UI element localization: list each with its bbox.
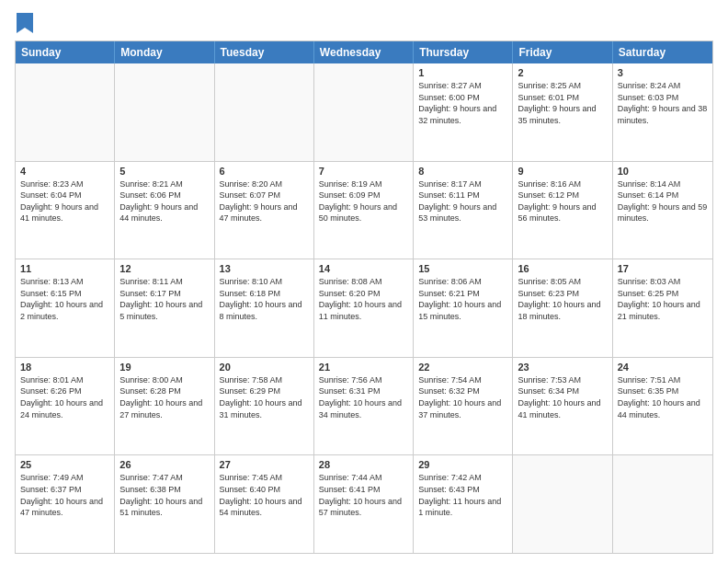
day-info: Sunrise: 8:03 AM Sunset: 6:25 PM Dayligh… bbox=[618, 276, 708, 322]
day-number: 24 bbox=[618, 362, 708, 373]
cal-cell-w5-d2: 26Sunrise: 7:47 AM Sunset: 6:38 PM Dayli… bbox=[115, 455, 214, 553]
day-info: Sunrise: 7:42 AM Sunset: 6:43 PM Dayligh… bbox=[418, 472, 507, 518]
day-number: 16 bbox=[518, 263, 607, 274]
cal-cell-w3-d2: 12Sunrise: 8:11 AM Sunset: 6:17 PM Dayli… bbox=[115, 259, 214, 357]
week-row-1: 1Sunrise: 8:27 AM Sunset: 6:00 PM Daylig… bbox=[16, 63, 712, 161]
header-sunday: Sunday bbox=[16, 41, 115, 63]
day-info: Sunrise: 8:00 AM Sunset: 6:28 PM Dayligh… bbox=[119, 374, 209, 420]
cal-cell-w5-d7 bbox=[613, 455, 712, 553]
cal-cell-w2-d7: 10Sunrise: 8:14 AM Sunset: 6:14 PM Dayli… bbox=[613, 162, 712, 259]
day-number: 7 bbox=[319, 166, 408, 177]
day-info: Sunrise: 8:14 AM Sunset: 6:14 PM Dayligh… bbox=[618, 178, 708, 224]
day-number: 29 bbox=[418, 459, 507, 470]
day-number: 23 bbox=[518, 362, 607, 373]
day-info: Sunrise: 7:56 AM Sunset: 6:31 PM Dayligh… bbox=[319, 374, 408, 420]
header-wednesday: Wednesday bbox=[314, 41, 414, 63]
calendar-header: Sunday Monday Tuesday Wednesday Thursday… bbox=[16, 41, 712, 63]
day-info: Sunrise: 7:44 AM Sunset: 6:41 PM Dayligh… bbox=[319, 472, 408, 518]
day-info: Sunrise: 8:25 AM Sunset: 6:01 PM Dayligh… bbox=[518, 80, 607, 126]
cal-cell-w2-d6: 9Sunrise: 8:16 AM Sunset: 6:12 PM Daylig… bbox=[513, 162, 612, 259]
cal-cell-w3-d7: 17Sunrise: 8:03 AM Sunset: 6:25 PM Dayli… bbox=[613, 259, 712, 357]
day-info: Sunrise: 8:01 AM Sunset: 6:26 PM Dayligh… bbox=[20, 374, 109, 420]
cal-cell-w4-d6: 23Sunrise: 7:53 AM Sunset: 6:34 PM Dayli… bbox=[513, 358, 612, 455]
day-info: Sunrise: 8:10 AM Sunset: 6:18 PM Dayligh… bbox=[220, 276, 309, 322]
day-info: Sunrise: 8:21 AM Sunset: 6:06 PM Dayligh… bbox=[119, 178, 209, 224]
cal-cell-w2-d1: 4Sunrise: 8:23 AM Sunset: 6:04 PM Daylig… bbox=[16, 162, 115, 259]
header-friday: Friday bbox=[513, 41, 612, 63]
header-tuesday: Tuesday bbox=[215, 41, 314, 63]
day-info: Sunrise: 8:24 AM Sunset: 6:03 PM Dayligh… bbox=[618, 80, 708, 126]
day-info: Sunrise: 8:16 AM Sunset: 6:12 PM Dayligh… bbox=[518, 178, 607, 224]
day-number: 27 bbox=[220, 459, 309, 470]
day-info: Sunrise: 7:47 AM Sunset: 6:38 PM Dayligh… bbox=[119, 472, 209, 518]
header-monday: Monday bbox=[115, 41, 214, 63]
cal-cell-w4-d4: 21Sunrise: 7:56 AM Sunset: 6:31 PM Dayli… bbox=[314, 358, 414, 455]
day-number: 11 bbox=[20, 263, 109, 274]
week-row-2: 4Sunrise: 8:23 AM Sunset: 6:04 PM Daylig… bbox=[16, 161, 712, 259]
day-number: 17 bbox=[618, 263, 708, 274]
day-number: 19 bbox=[119, 362, 209, 373]
header-thursday: Thursday bbox=[414, 41, 513, 63]
cal-cell-w1-d6: 2Sunrise: 8:25 AM Sunset: 6:01 PM Daylig… bbox=[513, 63, 612, 161]
week-row-3: 11Sunrise: 8:13 AM Sunset: 6:15 PM Dayli… bbox=[16, 259, 712, 357]
day-info: Sunrise: 7:58 AM Sunset: 6:29 PM Dayligh… bbox=[220, 374, 309, 420]
day-info: Sunrise: 8:19 AM Sunset: 6:09 PM Dayligh… bbox=[319, 178, 408, 224]
cal-cell-w5-d6 bbox=[513, 455, 612, 553]
day-number: 2 bbox=[518, 67, 607, 78]
day-number: 14 bbox=[319, 263, 408, 274]
day-number: 15 bbox=[418, 263, 507, 274]
day-info: Sunrise: 8:05 AM Sunset: 6:23 PM Dayligh… bbox=[518, 276, 607, 322]
day-number: 1 bbox=[418, 67, 507, 78]
week-row-5: 25Sunrise: 7:49 AM Sunset: 6:37 PM Dayli… bbox=[16, 454, 712, 553]
day-number: 3 bbox=[618, 67, 708, 78]
day-info: Sunrise: 7:51 AM Sunset: 6:35 PM Dayligh… bbox=[618, 374, 708, 420]
day-info: Sunrise: 7:53 AM Sunset: 6:34 PM Dayligh… bbox=[518, 374, 607, 420]
calendar: Sunday Monday Tuesday Wednesday Thursday… bbox=[15, 40, 713, 554]
day-info: Sunrise: 8:06 AM Sunset: 6:21 PM Dayligh… bbox=[418, 276, 507, 322]
cal-cell-w4-d2: 19Sunrise: 8:00 AM Sunset: 6:28 PM Dayli… bbox=[115, 358, 214, 455]
header bbox=[15, 15, 713, 33]
day-info: Sunrise: 8:08 AM Sunset: 6:20 PM Dayligh… bbox=[319, 276, 408, 322]
day-number: 20 bbox=[220, 362, 309, 373]
header-saturday: Saturday bbox=[613, 41, 712, 63]
day-number: 8 bbox=[418, 166, 507, 177]
day-number: 5 bbox=[119, 166, 209, 177]
page: Sunday Monday Tuesday Wednesday Thursday… bbox=[0, 0, 728, 563]
cal-cell-w3-d4: 14Sunrise: 8:08 AM Sunset: 6:20 PM Dayli… bbox=[314, 259, 414, 357]
day-number: 28 bbox=[319, 459, 408, 470]
svg-marker-0 bbox=[17, 13, 33, 33]
day-number: 9 bbox=[518, 166, 607, 177]
day-number: 26 bbox=[119, 459, 209, 470]
day-info: Sunrise: 8:23 AM Sunset: 6:04 PM Dayligh… bbox=[20, 178, 109, 224]
cal-cell-w1-d3 bbox=[215, 63, 314, 161]
cal-cell-w5-d1: 25Sunrise: 7:49 AM Sunset: 6:37 PM Dayli… bbox=[16, 455, 115, 553]
week-row-4: 18Sunrise: 8:01 AM Sunset: 6:26 PM Dayli… bbox=[16, 357, 712, 455]
cal-cell-w2-d5: 8Sunrise: 8:17 AM Sunset: 6:11 PM Daylig… bbox=[414, 162, 513, 259]
cal-cell-w4-d3: 20Sunrise: 7:58 AM Sunset: 6:29 PM Dayli… bbox=[215, 358, 314, 455]
logo bbox=[15, 15, 33, 33]
cal-cell-w2-d2: 5Sunrise: 8:21 AM Sunset: 6:06 PM Daylig… bbox=[115, 162, 214, 259]
cal-cell-w4-d1: 18Sunrise: 8:01 AM Sunset: 6:26 PM Dayli… bbox=[16, 358, 115, 455]
day-info: Sunrise: 7:49 AM Sunset: 6:37 PM Dayligh… bbox=[20, 472, 109, 518]
day-info: Sunrise: 8:13 AM Sunset: 6:15 PM Dayligh… bbox=[20, 276, 109, 322]
cal-cell-w1-d5: 1Sunrise: 8:27 AM Sunset: 6:00 PM Daylig… bbox=[414, 63, 513, 161]
day-number: 22 bbox=[418, 362, 507, 373]
cal-cell-w1-d2 bbox=[115, 63, 214, 161]
logo-text bbox=[15, 15, 33, 33]
cal-cell-w2-d4: 7Sunrise: 8:19 AM Sunset: 6:09 PM Daylig… bbox=[314, 162, 414, 259]
day-info: Sunrise: 7:54 AM Sunset: 6:32 PM Dayligh… bbox=[418, 374, 507, 420]
day-info: Sunrise: 8:27 AM Sunset: 6:00 PM Dayligh… bbox=[418, 80, 507, 126]
calendar-body: 1Sunrise: 8:27 AM Sunset: 6:00 PM Daylig… bbox=[16, 63, 712, 553]
cal-cell-w1-d4 bbox=[314, 63, 414, 161]
cal-cell-w3-d1: 11Sunrise: 8:13 AM Sunset: 6:15 PM Dayli… bbox=[16, 259, 115, 357]
day-info: Sunrise: 8:11 AM Sunset: 6:17 PM Dayligh… bbox=[119, 276, 209, 322]
day-info: Sunrise: 7:45 AM Sunset: 6:40 PM Dayligh… bbox=[220, 472, 309, 518]
day-info: Sunrise: 8:17 AM Sunset: 6:11 PM Dayligh… bbox=[418, 178, 507, 224]
day-number: 4 bbox=[20, 166, 109, 177]
cal-cell-w5-d3: 27Sunrise: 7:45 AM Sunset: 6:40 PM Dayli… bbox=[215, 455, 314, 553]
cal-cell-w3-d6: 16Sunrise: 8:05 AM Sunset: 6:23 PM Dayli… bbox=[513, 259, 612, 357]
day-number: 25 bbox=[20, 459, 109, 470]
logo-icon bbox=[17, 13, 33, 33]
day-number: 18 bbox=[20, 362, 109, 373]
cal-cell-w3-d3: 13Sunrise: 8:10 AM Sunset: 6:18 PM Dayli… bbox=[215, 259, 314, 357]
